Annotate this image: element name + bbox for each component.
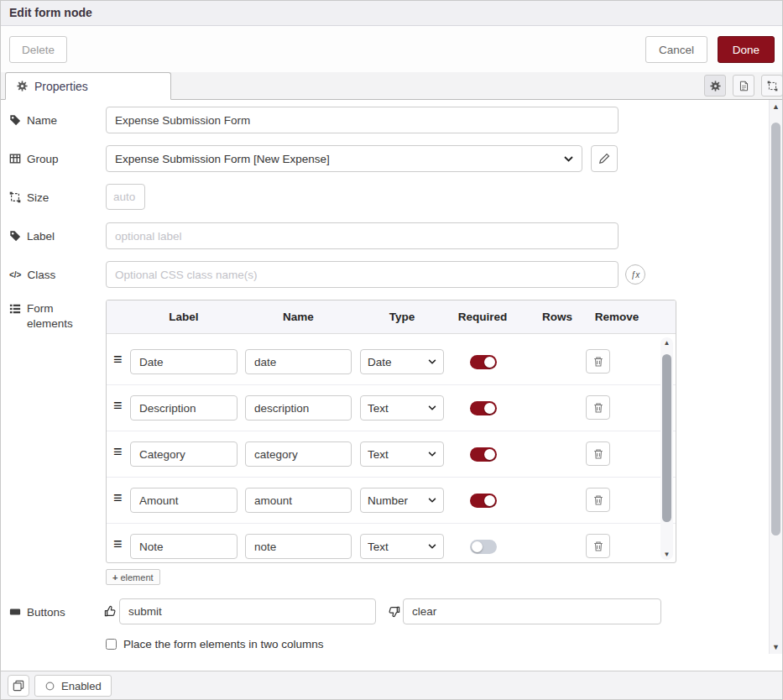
table-row: ≡ Number [107, 478, 676, 524]
tag-icon [9, 114, 21, 126]
element-type-select[interactable]: Text [360, 441, 444, 467]
column-header-remove: Remove [582, 300, 652, 334]
pencil-icon [598, 153, 610, 165]
column-header-rows: Rows [524, 300, 591, 334]
drag-handle-icon[interactable]: ≡ [113, 397, 123, 415]
form-elements-table: Label Name Type Required Rows Remove ≡ D… [106, 300, 676, 563]
tab-bar: Properties [1, 72, 782, 100]
edit-group-button[interactable] [591, 145, 618, 172]
dialog-title: Edit form node [9, 1, 92, 25]
fx-icon: ƒx [631, 270, 640, 279]
required-toggle[interactable] [470, 401, 497, 415]
toggle-knob [484, 449, 495, 460]
gear-icon [710, 81, 721, 91]
element-type-select[interactable]: Text [360, 395, 444, 421]
required-toggle[interactable] [470, 447, 497, 462]
class-field-label: </> Class [9, 261, 102, 288]
chevron-down-icon [428, 544, 436, 549]
table-body: ≡ Date ≡ [107, 334, 676, 562]
properties-panel: Name Group Expense Submission Form [New … [1, 100, 769, 671]
add-element-button[interactable]: + element [106, 569, 160, 585]
element-label-input[interactable] [130, 441, 238, 467]
scroll-down-icon[interactable]: ▼ [770, 643, 782, 651]
delete-button[interactable]: Delete [9, 36, 67, 63]
element-name-input[interactable] [245, 488, 352, 513]
table-row: ≡ Text [107, 524, 676, 562]
trash-icon [592, 448, 604, 460]
name-input[interactable] [106, 107, 619, 133]
required-toggle[interactable] [470, 540, 497, 554]
submit-button-label-input[interactable] [119, 598, 376, 624]
two-columns-checkbox[interactable] [106, 639, 117, 650]
thumbs-down-icon [388, 605, 400, 618]
scrollbar-thumb[interactable] [771, 123, 780, 535]
tag-icon [9, 230, 21, 242]
properties-pane-button[interactable] [704, 75, 726, 97]
drag-handle-icon[interactable]: ≡ [113, 535, 123, 553]
delete-element-button[interactable] [586, 395, 610, 420]
element-type-value: Text [368, 402, 425, 415]
delete-element-button[interactable] [586, 349, 610, 374]
element-name-input[interactable] [245, 395, 352, 421]
group-select[interactable]: Expense Submission Form [New Expense] [106, 145, 582, 172]
drag-handle-icon[interactable]: ≡ [113, 351, 123, 368]
label-input[interactable] [106, 222, 619, 249]
name-field-label: Name [9, 107, 102, 133]
element-name-input[interactable] [245, 534, 352, 559]
chevron-down-icon [564, 156, 573, 162]
dialog-button-bar: Delete Cancel Done [1, 26, 782, 72]
required-toggle[interactable] [470, 494, 497, 508]
object-group-icon [9, 191, 21, 203]
label-field-label: Label [9, 222, 102, 249]
class-input[interactable] [106, 261, 619, 288]
done-button[interactable]: Done [718, 36, 775, 63]
toggle-knob [484, 495, 495, 506]
scroll-up-icon[interactable]: ▲ [770, 102, 782, 111]
element-name-input[interactable] [245, 349, 352, 374]
buttons-field-label: Buttons [9, 598, 102, 625]
node-info-button[interactable] [8, 675, 29, 697]
table-row: ≡ Text [107, 431, 676, 478]
dynamic-class-button[interactable]: ƒx [625, 264, 645, 285]
element-label-input[interactable] [130, 534, 238, 559]
element-type-select[interactable]: Number [360, 488, 444, 513]
appearance-pane-button[interactable] [761, 75, 783, 97]
table-row: ≡ Text [107, 385, 676, 431]
delete-element-button[interactable] [586, 488, 610, 512]
trash-icon [592, 356, 604, 368]
table-grid-icon [9, 153, 21, 165]
chevron-down-icon [428, 452, 436, 457]
required-toggle[interactable] [470, 355, 497, 369]
code-icon: </> [9, 270, 21, 279]
edit-form-node-dialog: Edit form node Delete Cancel Done Proper… [0, 0, 783, 700]
enabled-toggle-button[interactable]: Enabled [34, 675, 112, 697]
scrollbar-thumb[interactable] [662, 354, 671, 522]
column-header-type: Type [360, 300, 444, 334]
toggle-knob [484, 357, 495, 368]
element-name-input[interactable] [245, 441, 352, 467]
dialog-header: Edit form node [1, 1, 782, 26]
cancel-button[interactable]: Cancel [645, 36, 707, 63]
element-type-select[interactable]: Text [360, 534, 444, 559]
drag-handle-icon[interactable]: ≡ [113, 489, 123, 507]
table-header: Label Name Type Required Rows Remove [107, 300, 676, 334]
drag-handle-icon[interactable]: ≡ [113, 443, 123, 461]
element-label-input[interactable] [130, 395, 238, 421]
size-input[interactable] [106, 184, 145, 210]
clear-button-label-input[interactable] [403, 598, 661, 624]
two-columns-label: Place the form elements in two columns [123, 638, 324, 650]
label-text: Class [27, 269, 55, 281]
table-scrollbar[interactable]: ▲ ▼ [660, 337, 673, 560]
element-label-input[interactable] [130, 349, 238, 374]
scroll-up-icon[interactable]: ▲ [660, 339, 673, 347]
element-type-value: Text [368, 448, 425, 461]
element-type-select[interactable]: Date [360, 349, 444, 374]
element-label-input[interactable] [130, 488, 238, 513]
delete-element-button[interactable] [586, 534, 610, 558]
description-pane-button[interactable] [733, 75, 754, 97]
scroll-down-icon[interactable]: ▼ [660, 551, 673, 558]
delete-element-button[interactable] [586, 441, 610, 466]
tab-properties-label: Properties [34, 80, 88, 93]
tab-properties[interactable]: Properties [5, 72, 171, 100]
dialog-scrollbar[interactable]: ▲ ▼ [769, 100, 782, 654]
